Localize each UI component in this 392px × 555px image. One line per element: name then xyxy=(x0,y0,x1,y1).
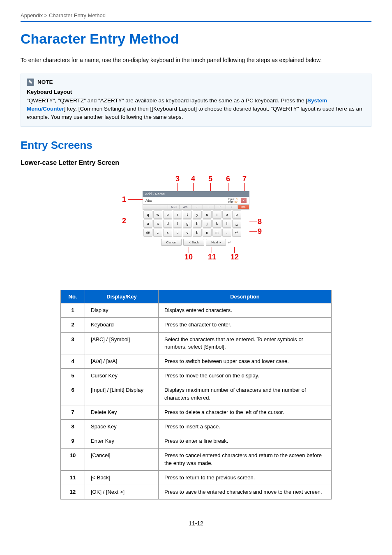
note-line-b: ] key, [Common Settings] and then [[Keyb… xyxy=(27,106,362,120)
page-number: 11-12 xyxy=(21,520,371,527)
key-o[interactable]: o xyxy=(222,210,231,219)
key-e[interactable]: e xyxy=(163,210,172,219)
next-button[interactable]: Next > xyxy=(206,239,226,246)
cursor-left[interactable]: ← xyxy=(191,205,203,209)
col-desc: Description xyxy=(159,290,332,303)
key-s[interactable]: s xyxy=(153,220,162,228)
cell-desc: Displays entered characters. xyxy=(159,303,332,318)
cell-no: 7 xyxy=(61,405,85,419)
table-row: 4[A/a] / [a/A]Press to switch between up… xyxy=(61,354,332,369)
callout-line xyxy=(212,247,212,253)
kb-row-2: a s d f g h j k l ␣ xyxy=(143,219,249,228)
key-i[interactable]: i xyxy=(212,210,221,219)
back-button[interactable]: < Back xyxy=(183,239,204,246)
key-w[interactable]: w xyxy=(153,210,162,219)
panel-footer: Cancel < Back Next > ↵ xyxy=(143,238,249,247)
divider xyxy=(21,21,371,22)
key-l[interactable]: l xyxy=(222,220,231,228)
table-row: 2KeyboardPress the character to enter. xyxy=(61,318,332,332)
callout-1: 1 xyxy=(122,195,126,204)
key-q[interactable]: q xyxy=(143,210,152,219)
cell-dk: Enter Key xyxy=(85,434,159,449)
table-row: 6[Input] / [Limit] DisplayDisplays maxim… xyxy=(61,383,332,405)
key-m[interactable]: m xyxy=(212,229,221,237)
col-no: No. xyxy=(61,290,85,303)
callout-line xyxy=(249,222,257,222)
cell-no: 12 xyxy=(61,485,85,499)
cell-dk: [OK] / [Next >] xyxy=(85,485,159,499)
callout-line xyxy=(249,231,257,232)
kb-row-3: @ z x c v b n m . ↵ xyxy=(143,228,249,238)
key-r[interactable]: r xyxy=(173,210,182,219)
key-v[interactable]: v xyxy=(183,229,192,237)
key-d[interactable]: d xyxy=(163,220,172,228)
key-z[interactable]: z xyxy=(153,229,162,237)
cell-no: 1 xyxy=(61,303,85,318)
delete-button[interactable]: Del. xyxy=(238,205,249,209)
empty-slot xyxy=(143,205,168,209)
callout-10: 10 xyxy=(184,253,193,261)
key-y[interactable]: y xyxy=(193,210,202,219)
key-t[interactable]: t xyxy=(183,210,192,219)
sub-heading: Lower-case Letter Entry Screen xyxy=(21,159,371,166)
key-f[interactable]: f xyxy=(173,220,182,228)
callout-11: 11 xyxy=(208,253,216,261)
key-k[interactable]: k xyxy=(212,220,221,228)
cancel-button[interactable]: Cancel xyxy=(161,239,182,246)
note-label: NOTE xyxy=(37,78,53,86)
key-x[interactable]: x xyxy=(163,229,172,237)
key-a[interactable]: a xyxy=(143,220,152,228)
table-row: 5Cursor KeyPress to move the cursor on t… xyxy=(61,369,332,383)
display-text: Abc xyxy=(145,199,152,203)
callout-line xyxy=(128,199,143,200)
cell-desc: Press to delete a character to the left … xyxy=(159,405,332,419)
cell-dk: [A/a] / [a/A] xyxy=(85,354,159,369)
key-p[interactable]: p xyxy=(232,210,241,219)
case-button[interactable]: A/a xyxy=(180,205,191,209)
cell-desc: Press to save the entered characters and… xyxy=(159,485,332,499)
key-n[interactable]: n xyxy=(203,229,212,237)
panel-title: Add - Name xyxy=(143,191,249,197)
table-row: 1DisplayDisplays entered characters. xyxy=(61,303,332,318)
key-dot[interactable]: . xyxy=(222,229,231,237)
note-header: ✎ NOTE xyxy=(27,78,365,86)
keyboard-grid: q w e r t y u i o p a s d xyxy=(143,210,249,238)
key-space[interactable]: ␣ xyxy=(232,220,241,228)
intro-text: To enter characters for a name, use the … xyxy=(21,56,371,65)
cell-desc: Press to cancel entered characters and r… xyxy=(159,449,332,470)
callout-4: 4 xyxy=(191,175,195,183)
cell-desc: Press to move the cursor on the display. xyxy=(159,369,332,383)
section-heading: Entry Screens xyxy=(21,139,371,152)
key-enter[interactable]: ↵ xyxy=(232,229,241,237)
abc-button[interactable]: ABC xyxy=(168,205,179,209)
cell-desc: Press to return to the previous screen. xyxy=(159,470,332,485)
input-limit: Input: 3 Limit: 32 xyxy=(227,198,239,204)
cell-dk: Keyboard xyxy=(85,318,159,332)
key-h[interactable]: h xyxy=(193,220,202,228)
cell-dk: [Cancel] xyxy=(85,449,159,470)
breadcrumb: Appendix > Character Entry Method xyxy=(21,12,371,21)
table-row: 10[Cancel]Press to cancel entered charac… xyxy=(61,449,332,470)
cell-desc: Displays maximum number of characters an… xyxy=(159,383,332,405)
key-u[interactable]: u xyxy=(203,210,212,219)
cell-no: 11 xyxy=(61,470,85,485)
key-j[interactable]: j xyxy=(203,220,212,228)
key-c[interactable]: c xyxy=(173,229,182,237)
cursor-right[interactable]: → xyxy=(203,205,214,209)
cursor-up[interactable]: ↑ xyxy=(214,205,226,209)
cursor-down[interactable]: ↓ xyxy=(226,205,237,209)
col-dk: Display/Key xyxy=(85,290,159,303)
key-at[interactable]: @ xyxy=(143,229,152,237)
callout-5: 5 xyxy=(208,175,212,183)
key-b[interactable]: b xyxy=(193,229,202,237)
key-g[interactable]: g xyxy=(183,220,192,228)
display-row: Abc Input: 3 Limit: 32 ✕ xyxy=(143,197,249,204)
note-box: ✎ NOTE Keyboard Layout "QWERTY", "QWERTZ… xyxy=(21,74,371,127)
page: Appendix > Character Entry Method Charac… xyxy=(0,0,392,543)
cell-no: 4 xyxy=(61,354,85,369)
kb-row-1: q w e r t y u i o p xyxy=(143,210,249,219)
cell-no: 9 xyxy=(61,434,85,449)
note-icon: ✎ xyxy=(27,79,34,86)
close-button[interactable]: ✕ xyxy=(241,198,247,203)
cell-no: 2 xyxy=(61,318,85,332)
